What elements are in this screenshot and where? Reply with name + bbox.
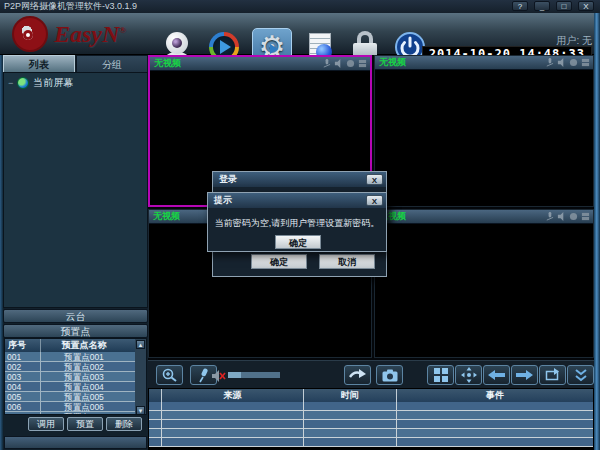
cycle-button[interactable]: [539, 365, 566, 385]
video-panel-header: 无视频: [375, 56, 593, 70]
set-preset-button[interactable]: 预置: [67, 417, 103, 431]
arrow-left-icon: [488, 370, 505, 380]
sidebar: 列表 分组 − 当前屏幕 云台 预置点 序号 预置点名称 001预置点001 0…: [3, 55, 148, 450]
talk-icon[interactable]: [545, 212, 554, 221]
table-row[interactable]: 007预置点007: [5, 412, 146, 415]
double-chevron-down-icon: [575, 369, 587, 382]
minimize-button[interactable]: _: [534, 1, 550, 11]
maximize-button[interactable]: □: [556, 1, 572, 11]
tree-item-current-screen[interactable]: − 当前屏幕: [4, 73, 147, 90]
tip-dialog: 提示 X 当前密码为空,请到用户管理设置新密码。 确定: [207, 192, 387, 252]
record-icon[interactable]: [569, 212, 578, 221]
table-row: [149, 438, 593, 447]
ptz-panel-button[interactable]: 云台: [3, 309, 148, 323]
tree-expander[interactable]: −: [8, 78, 13, 88]
prev-button[interactable]: [483, 365, 510, 385]
record-icon[interactable]: [569, 58, 578, 67]
video-panel-header: 无视频: [150, 57, 370, 71]
arrow-right-icon: [349, 369, 367, 381]
sidebar-footer-bar: [4, 436, 147, 449]
microphone-icon: [197, 368, 211, 383]
event-table: 来源 时间 事件: [148, 388, 594, 448]
preset-table: 序号 预置点名称 001预置点001 002预置点002 003预置点003 0…: [4, 338, 147, 415]
next-button[interactable]: [511, 365, 538, 385]
event-col-source: 来源: [162, 389, 304, 402]
collapse-button[interactable]: [567, 365, 594, 385]
login-ok-button[interactable]: 确定: [251, 254, 307, 269]
brand-name: EasyN®: [54, 21, 126, 48]
table-row[interactable]: 001预置点001: [5, 352, 146, 362]
video-panel-4[interactable]: 无视频: [374, 209, 594, 358]
no-video-label: 无视频: [375, 210, 545, 223]
tip-message: 当前密码为空,请到用户管理设置新密码。: [208, 217, 386, 230]
fullscreen-button[interactable]: [455, 365, 482, 385]
globe-icon: [17, 77, 29, 89]
audio-icon[interactable]: [557, 58, 566, 67]
record-icon[interactable]: [346, 59, 355, 68]
pan-icon: [461, 367, 477, 383]
delete-preset-button[interactable]: 删除: [106, 417, 142, 431]
tree-item-label: 当前屏幕: [33, 76, 73, 90]
loop-icon: [545, 368, 560, 382]
preset-scrollbar[interactable]: ▲ ▼: [135, 339, 146, 415]
table-row: [149, 429, 593, 438]
zoom-button[interactable]: [156, 365, 183, 385]
talk-icon[interactable]: [545, 58, 554, 67]
login-dialog-title: 登录: [219, 174, 237, 184]
table-row[interactable]: 003预置点003: [5, 372, 146, 382]
help-button[interactable]: ?: [512, 1, 528, 11]
event-col-blank: [149, 389, 162, 402]
gear-play-icon: [270, 44, 278, 54]
video-panel-header: 无视频: [375, 210, 593, 224]
scroll-up-icon[interactable]: ▲: [136, 340, 145, 349]
table-row[interactable]: 005预置点005: [5, 392, 146, 402]
no-video-label: 无视频: [375, 56, 545, 69]
window-title: P2P网络摄像机管理软件-v3.0.1.9: [4, 1, 137, 11]
login-dialog-titlebar: 登录 X: [213, 172, 386, 187]
snapshot-arrow-button[interactable]: [344, 365, 371, 385]
layout-grid-button[interactable]: [427, 365, 454, 385]
tab-list[interactable]: 列表: [3, 55, 75, 72]
display-icon[interactable]: [581, 212, 590, 221]
audio-icon[interactable]: [557, 212, 566, 221]
close-button[interactable]: X: [578, 1, 594, 11]
header-bar: EasyN® ⚙ 用户: 无 2014-10-20 14:48:33: [0, 13, 600, 55]
event-col-event: 事件: [397, 389, 593, 402]
event-col-time: 时间: [304, 389, 397, 402]
display-icon[interactable]: [358, 59, 367, 68]
window-right-frame: [594, 13, 600, 450]
video-panel-2[interactable]: 无视频: [374, 55, 594, 207]
display-icon[interactable]: [581, 58, 590, 67]
window-controls: ? _ □ X: [512, 1, 594, 11]
arrow-right-icon: [516, 370, 533, 380]
tip-dialog-titlebar: 提示 X: [208, 193, 386, 208]
camera-icon: [382, 369, 398, 382]
login-cancel-button[interactable]: 取消: [319, 254, 375, 269]
tip-dialog-title: 提示: [214, 195, 232, 205]
control-toolbar: [148, 360, 594, 388]
event-table-header: 来源 时间 事件: [149, 389, 593, 402]
close-icon[interactable]: X: [366, 195, 383, 206]
tab-group[interactable]: 分组: [76, 55, 148, 72]
mute-speaker-icon[interactable]: [212, 370, 226, 382]
table-row[interactable]: 004预置点004: [5, 382, 146, 392]
table-row[interactable]: 002预置点002: [5, 362, 146, 372]
table-row: [149, 402, 593, 411]
easyn-logo-icon: [12, 16, 48, 52]
volume-slider-fill: [228, 372, 241, 378]
no-video-label: 无视频: [150, 57, 322, 70]
preset-table-header: 序号 预置点名称: [5, 339, 146, 352]
table-row: [149, 411, 593, 420]
preset-panel-button[interactable]: 预置点: [3, 324, 148, 338]
call-preset-button[interactable]: 调用: [28, 417, 64, 431]
table-row: [149, 420, 593, 429]
table-row[interactable]: 006预置点006: [5, 402, 146, 412]
close-icon[interactable]: X: [366, 174, 383, 185]
magnifier-icon: [162, 368, 178, 382]
talk-icon[interactable]: [322, 59, 331, 68]
tip-ok-button[interactable]: 确定: [275, 235, 321, 249]
capture-button[interactable]: [376, 365, 403, 385]
scroll-down-icon[interactable]: ▼: [136, 406, 145, 415]
volume-slider[interactable]: [228, 372, 280, 378]
audio-icon[interactable]: [334, 59, 343, 68]
